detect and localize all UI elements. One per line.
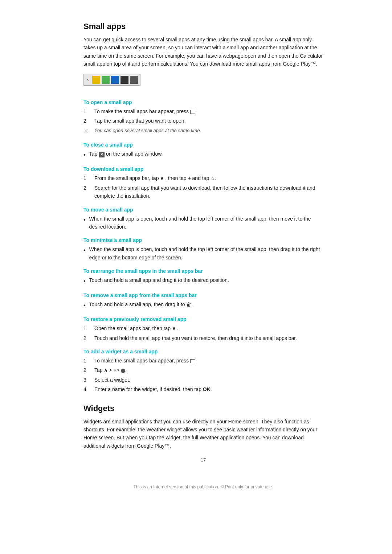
x-icon: ✕ [99,152,105,157]
bar-icon-2 [102,76,110,84]
minimise-steps-list: • When the small app is open, touch and … [83,245,323,262]
open-step-2: 2 Tap the small app that you want to ope… [83,117,323,125]
tip-icon: ✳ [83,127,91,135]
bar-icon-4 [121,76,128,84]
move-steps-list: • When the small app is open, touch and … [83,215,323,231]
recents-icon [190,110,195,114]
section-heading-remove: To remove a small app from the small app… [83,292,323,298]
download-steps-list: 1 From the small apps bar, tap ∧ , then … [83,174,323,200]
small-apps-intro: You can get quick access to several smal… [83,36,323,68]
section-heading-move: To move a small app [83,207,323,213]
rearrange-steps-list: • Touch and hold a small app and drag it… [83,276,323,286]
add-widget-step-1: 1 To make the small apps bar appear, pre… [83,357,323,365]
circle-icon [121,369,125,373]
restore-step-1: 1 Open the small apps bar, then tap ∧ . [83,324,323,332]
add-widget-step-4: 4 Enter a name for the widget, if desire… [83,385,323,393]
section-heading-close: To close a small app [83,142,323,148]
bar-caret-icon: ∧ [86,77,89,82]
open-steps-list: 1 To make the small apps bar appear, pre… [83,107,323,125]
move-step-1: • When the small app is open, touch and … [83,215,323,231]
section-heading-rearrange: To rearrange the small apps in the small… [83,268,323,274]
widgets-intro: Widgets are small applications that you … [83,418,323,450]
bar-icon-1 [92,76,100,84]
page-number: 17 [83,457,323,463]
section-heading-restore: To restore a previously removed small ap… [83,316,323,322]
restore-steps-list: 1 Open the small apps bar, then tap ∧ . … [83,324,323,342]
trash-icon: 🗑 [186,301,191,307]
download-step-2: 2 Search for the small app that you want… [83,184,323,200]
open-step-1: 1 To make the small apps bar appear, pre… [83,107,323,115]
remove-step-1: • Touch and hold a small app, then drag … [83,300,323,310]
restore-step-2: 2 Touch and hold the small app that you … [83,334,323,342]
recents-icon-2 [190,359,195,363]
section-heading-add-widget: To add a widget as a small app [83,349,323,354]
rearrange-step-1: • Touch and hold a small app and drag it… [83,276,323,286]
section-heading-minimise: To minimise a small app [83,237,323,243]
widgets-title: Widgets [83,404,323,413]
bar-icon-3 [111,76,119,84]
page-content: Small apps You can get quick access to s… [54,0,338,511]
section-heading-open: To open a small app [83,99,323,105]
section-heading-download: To download a small app [83,166,323,172]
add-widget-steps-list: 1 To make the small apps bar appear, pre… [83,357,323,394]
add-widget-step-2: 2 Tap ∧ > +> . [83,366,323,374]
open-tip-text: You can open several small apps at the s… [94,127,201,134]
play-icon: ☆ [211,176,215,181]
small-app-bar-image: ∧ [83,74,140,86]
remove-steps-list: • Touch and hold a small app, then drag … [83,300,323,310]
close-steps-list: • Tap ✕ on the small app window. [83,150,323,160]
bar-icon-5 [130,76,138,84]
small-apps-title: Small apps [83,22,323,31]
add-widget-step-3: 3 Select a widget. [83,376,323,384]
close-step-1: • Tap ✕ on the small app window. [83,150,323,160]
open-tip-box: ✳ You can open several small apps at the… [83,127,323,135]
download-step-1: 1 From the small apps bar, tap ∧ , then … [83,174,323,182]
footer-text: This is an Internet version of this publ… [83,484,323,489]
minimise-step-1: • When the small app is open, touch and … [83,245,323,262]
